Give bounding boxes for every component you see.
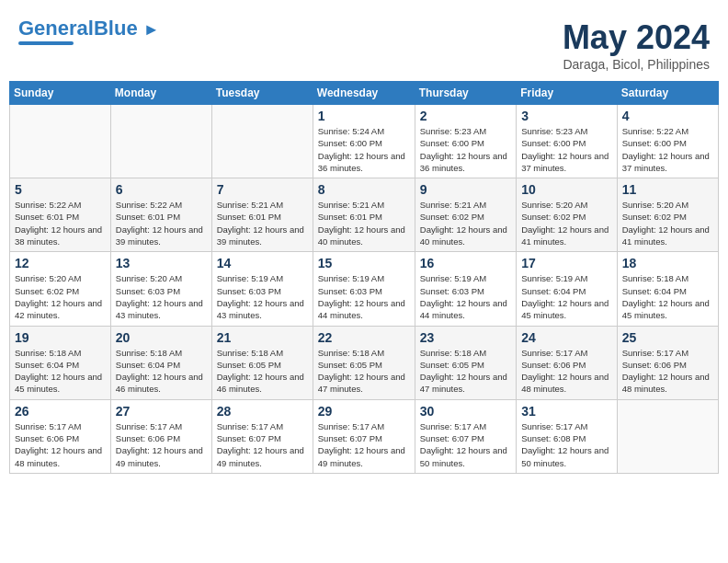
day-number: 10 — [521, 182, 612, 197]
day-number: 5 — [15, 182, 106, 197]
day-number: 30 — [420, 404, 511, 419]
table-row: 11Sunrise: 5:20 AM Sunset: 6:02 PM Dayli… — [617, 178, 718, 252]
table-row: 26Sunrise: 5:17 AM Sunset: 6:06 PM Dayli… — [10, 399, 111, 473]
table-row: 5Sunrise: 5:22 AM Sunset: 6:01 PM Daylig… — [10, 178, 111, 252]
day-number: 11 — [622, 182, 713, 197]
day-info: Sunrise: 5:17 AM Sunset: 6:07 PM Dayligh… — [420, 420, 511, 469]
day-info: Sunrise: 5:21 AM Sunset: 6:02 PM Dayligh… — [420, 199, 511, 247]
day-number: 4 — [622, 109, 713, 123]
table-row: 3Sunrise: 5:23 AM Sunset: 6:00 PM Daylig… — [517, 105, 618, 178]
logo-arrow: ► — [143, 20, 160, 39]
logo-general: General — [18, 17, 94, 40]
day-info: Sunrise: 5:20 AM Sunset: 6:02 PM Dayligh… — [521, 199, 612, 247]
table-row: 2Sunrise: 5:23 AM Sunset: 6:00 PM Daylig… — [415, 105, 516, 178]
calendar-week-row: 12Sunrise: 5:20 AM Sunset: 6:02 PM Dayli… — [10, 252, 719, 326]
day-info: Sunrise: 5:21 AM Sunset: 6:01 PM Dayligh… — [217, 199, 308, 247]
table-row: 27Sunrise: 5:17 AM Sunset: 6:06 PM Dayli… — [110, 399, 211, 473]
day-info: Sunrise: 5:20 AM Sunset: 6:02 PM Dayligh… — [622, 199, 713, 247]
day-info: Sunrise: 5:18 AM Sunset: 6:04 PM Dayligh… — [116, 347, 207, 396]
table-row: 8Sunrise: 5:21 AM Sunset: 6:01 PM Daylig… — [313, 178, 415, 252]
table-row: 30Sunrise: 5:17 AM Sunset: 6:07 PM Dayli… — [415, 399, 516, 473]
day-info: Sunrise: 5:17 AM Sunset: 6:06 PM Dayligh… — [521, 347, 612, 396]
title-section: May 2024 Daraga, Bicol, Philippines — [563, 18, 710, 72]
day-info: Sunrise: 5:18 AM Sunset: 6:05 PM Dayligh… — [318, 347, 410, 396]
table-row: 24Sunrise: 5:17 AM Sunset: 6:06 PM Dayli… — [517, 326, 618, 399]
table-row: 1Sunrise: 5:24 AM Sunset: 6:00 PM Daylig… — [313, 105, 415, 178]
header-tuesday: Tuesday — [211, 82, 313, 105]
day-info: Sunrise: 5:19 AM Sunset: 6:03 PM Dayligh… — [217, 272, 308, 321]
day-number: 16 — [420, 256, 511, 270]
day-info: Sunrise: 5:17 AM Sunset: 6:08 PM Dayligh… — [521, 420, 612, 469]
table-row — [10, 105, 111, 178]
day-info: Sunrise: 5:24 AM Sunset: 6:00 PM Dayligh… — [318, 125, 410, 174]
day-number: 12 — [15, 256, 106, 270]
day-info: Sunrise: 5:17 AM Sunset: 6:06 PM Dayligh… — [622, 347, 713, 396]
logo-text: GeneralBlue ► — [18, 18, 160, 39]
month-title: May 2024 — [563, 18, 710, 57]
header-friday: Friday — [517, 82, 618, 105]
table-row: 19Sunrise: 5:18 AM Sunset: 6:04 PM Dayli… — [10, 326, 111, 399]
day-info: Sunrise: 5:17 AM Sunset: 6:06 PM Dayligh… — [116, 420, 207, 469]
table-row: 9Sunrise: 5:21 AM Sunset: 6:02 PM Daylig… — [415, 178, 516, 252]
day-number: 9 — [420, 182, 511, 197]
day-number: 25 — [622, 330, 713, 345]
day-info: Sunrise: 5:17 AM Sunset: 6:07 PM Dayligh… — [217, 420, 308, 469]
page-header: GeneralBlue ► May 2024 Daraga, Bicol, Ph… — [9, 9, 719, 76]
calendar-week-row: 26Sunrise: 5:17 AM Sunset: 6:06 PM Dayli… — [10, 399, 719, 473]
day-number: 3 — [521, 109, 612, 123]
day-number: 6 — [116, 182, 207, 197]
day-info: Sunrise: 5:17 AM Sunset: 6:06 PM Dayligh… — [15, 420, 106, 469]
day-number: 1 — [318, 109, 410, 123]
calendar-week-row: 5Sunrise: 5:22 AM Sunset: 6:01 PM Daylig… — [10, 178, 719, 252]
table-row: 17Sunrise: 5:19 AM Sunset: 6:04 PM Dayli… — [517, 252, 618, 326]
day-info: Sunrise: 5:19 AM Sunset: 6:03 PM Dayligh… — [318, 272, 410, 321]
table-row: 20Sunrise: 5:18 AM Sunset: 6:04 PM Dayli… — [110, 326, 211, 399]
day-number: 27 — [116, 404, 207, 419]
day-number: 21 — [217, 330, 308, 345]
day-info: Sunrise: 5:19 AM Sunset: 6:03 PM Dayligh… — [420, 272, 511, 321]
table-row: 22Sunrise: 5:18 AM Sunset: 6:05 PM Dayli… — [313, 326, 415, 399]
day-number: 28 — [217, 404, 308, 419]
logo-blue: Blue — [94, 17, 138, 40]
day-info: Sunrise: 5:20 AM Sunset: 6:03 PM Dayligh… — [116, 272, 207, 321]
logo-underline — [18, 41, 74, 45]
table-row: 21Sunrise: 5:18 AM Sunset: 6:05 PM Dayli… — [211, 326, 313, 399]
table-row: 16Sunrise: 5:19 AM Sunset: 6:03 PM Dayli… — [415, 252, 516, 326]
table-row: 28Sunrise: 5:17 AM Sunset: 6:07 PM Dayli… — [211, 399, 313, 473]
day-info: Sunrise: 5:22 AM Sunset: 6:00 PM Dayligh… — [622, 125, 713, 174]
calendar-table: Sunday Monday Tuesday Wednesday Thursday… — [9, 81, 719, 474]
header-saturday: Saturday — [617, 82, 718, 105]
day-number: 2 — [420, 109, 511, 123]
day-info: Sunrise: 5:22 AM Sunset: 6:01 PM Dayligh… — [15, 199, 106, 247]
table-row — [211, 105, 313, 178]
day-number: 17 — [521, 256, 612, 270]
weekday-header-row: Sunday Monday Tuesday Wednesday Thursday… — [10, 82, 719, 105]
day-number: 24 — [521, 330, 612, 345]
day-info: Sunrise: 5:18 AM Sunset: 6:05 PM Dayligh… — [217, 347, 308, 396]
day-number: 23 — [420, 330, 511, 345]
day-info: Sunrise: 5:18 AM Sunset: 6:04 PM Dayligh… — [622, 272, 713, 321]
table-row: 4Sunrise: 5:22 AM Sunset: 6:00 PM Daylig… — [617, 105, 718, 178]
logo: GeneralBlue ► — [18, 18, 160, 45]
day-number: 20 — [116, 330, 207, 345]
day-number: 13 — [116, 256, 207, 270]
location-text: Daraga, Bicol, Philippines — [563, 57, 710, 72]
day-number: 26 — [15, 404, 106, 419]
day-info: Sunrise: 5:19 AM Sunset: 6:04 PM Dayligh… — [521, 272, 612, 321]
table-row — [110, 105, 211, 178]
header-thursday: Thursday — [415, 82, 516, 105]
day-number: 19 — [15, 330, 106, 345]
day-number: 22 — [318, 330, 410, 345]
table-row: 18Sunrise: 5:18 AM Sunset: 6:04 PM Dayli… — [617, 252, 718, 326]
header-monday: Monday — [110, 82, 211, 105]
day-info: Sunrise: 5:22 AM Sunset: 6:01 PM Dayligh… — [116, 199, 207, 247]
day-info: Sunrise: 5:23 AM Sunset: 6:00 PM Dayligh… — [420, 125, 511, 174]
table-row: 25Sunrise: 5:17 AM Sunset: 6:06 PM Dayli… — [617, 326, 718, 399]
table-row: 10Sunrise: 5:20 AM Sunset: 6:02 PM Dayli… — [517, 178, 618, 252]
table-row — [617, 399, 718, 473]
day-number: 14 — [217, 256, 308, 270]
table-row: 6Sunrise: 5:22 AM Sunset: 6:01 PM Daylig… — [110, 178, 211, 252]
day-info: Sunrise: 5:23 AM Sunset: 6:00 PM Dayligh… — [521, 125, 612, 174]
day-info: Sunrise: 5:17 AM Sunset: 6:07 PM Dayligh… — [318, 420, 410, 469]
table-row: 15Sunrise: 5:19 AM Sunset: 6:03 PM Dayli… — [313, 252, 415, 326]
